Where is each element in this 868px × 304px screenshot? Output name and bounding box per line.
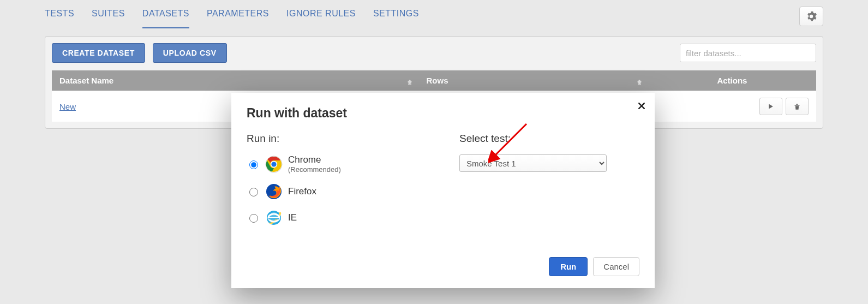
browser-radio-firefox[interactable]	[249, 188, 258, 196]
run-dataset-modal: Run with dataset Run in: Chrome(Recommen…	[231, 93, 655, 288]
browser-name: Firefox	[288, 186, 316, 197]
modal-close-button[interactable]	[637, 102, 646, 112]
nav-tab-datasets[interactable]: DATASETS	[142, 4, 189, 28]
select-test-column: Select test: Smoke Test 1	[459, 133, 639, 235]
col-dataset-name[interactable]: Dataset Name	[52, 70, 418, 91]
select-test-dropdown[interactable]: Smoke Test 1	[459, 154, 607, 172]
col-actions: Actions	[648, 70, 816, 91]
browser-radio-chrome[interactable]	[249, 160, 258, 169]
datasets-toolbar: CREATE DATASET UPLOAD CSV	[52, 43, 816, 63]
firefox-icon	[265, 183, 283, 200]
filter-datasets-input[interactable]	[680, 44, 816, 62]
run-dataset-button[interactable]	[759, 98, 782, 115]
browser-option-firefox[interactable]: Firefox	[247, 183, 427, 200]
delete-dataset-button[interactable]	[786, 98, 809, 115]
close-icon	[637, 102, 646, 110]
settings-gear-button[interactable]	[799, 7, 823, 26]
browser-radio-ie[interactable]	[249, 214, 258, 223]
upload-csv-button[interactable]: UPLOAD CSV	[153, 43, 227, 63]
run-button[interactable]: Run	[549, 257, 588, 276]
nav-tabs: TESTSSUITESDATASETSPARAMETERSIGNORE RULE…	[45, 4, 419, 28]
nav-tab-suites[interactable]: SUITES	[92, 4, 125, 28]
nav-bar: TESTSSUITESDATASETSPARAMETERSIGNORE RULE…	[0, 0, 868, 28]
nav-tab-ignore-rules[interactable]: IGNORE RULES	[286, 4, 356, 28]
create-dataset-button[interactable]: CREATE DATASET	[52, 43, 145, 63]
trash-icon	[793, 103, 801, 110]
browser-hint: (Recommended)	[288, 165, 341, 174]
run-in-column: Run in: Chrome(Recommended)FirefoxIE	[247, 133, 427, 235]
nav-tab-settings[interactable]: SETTINGS	[373, 4, 419, 28]
ie-icon	[265, 209, 283, 226]
cancel-button[interactable]: Cancel	[593, 257, 639, 276]
select-test-label: Select test:	[459, 133, 639, 145]
gear-icon	[805, 10, 817, 22]
nav-tab-parameters[interactable]: PARAMETERS	[207, 4, 269, 28]
col-rows[interactable]: Rows	[418, 70, 648, 91]
nav-tab-tests[interactable]: TESTS	[45, 4, 74, 28]
browser-option-ie[interactable]: IE	[247, 209, 427, 226]
browser-name: IE	[288, 212, 297, 223]
browser-name: Chrome	[288, 154, 341, 165]
chrome-icon	[265, 156, 283, 173]
run-in-label: Run in:	[247, 133, 427, 145]
dataset-link[interactable]: New	[59, 102, 76, 111]
modal-title: Run with dataset	[247, 106, 639, 121]
browser-option-chrome[interactable]: Chrome(Recommended)	[247, 154, 427, 174]
play-icon	[767, 103, 775, 110]
